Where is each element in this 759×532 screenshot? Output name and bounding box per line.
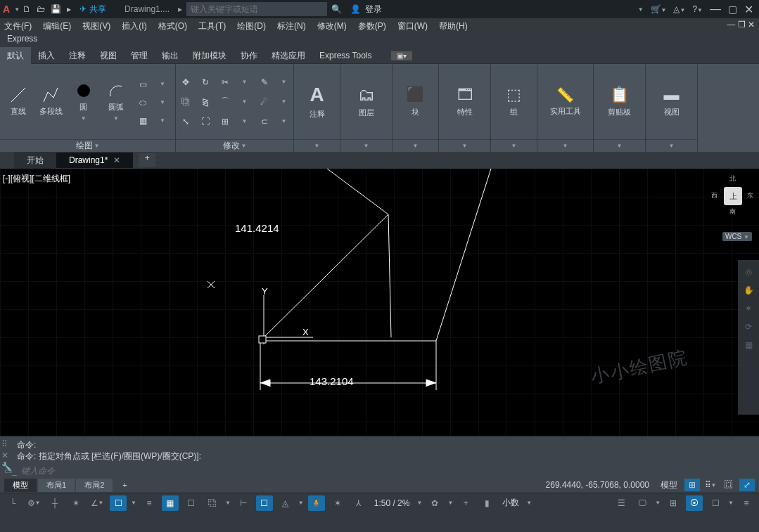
fillet-icon[interactable]: ⌒ bbox=[217, 93, 234, 110]
dd2[interactable]: ▼ bbox=[154, 94, 171, 111]
tab-new-icon[interactable]: + bbox=[139, 153, 155, 167]
view-cube[interactable]: 上 北 南 东 西 bbox=[711, 174, 753, 216]
sb-trans-icon[interactable]: ⿻ bbox=[204, 495, 221, 511]
sb-ann-icon[interactable]: 🧍 bbox=[308, 495, 325, 511]
erase-icon[interactable]: ✎ bbox=[256, 74, 273, 91]
clipboard-button[interactable]: 📋剪贴板 bbox=[599, 86, 641, 117]
share-button[interactable]: ✈ 共享 bbox=[79, 4, 106, 15]
login-dropdown[interactable]: ▼ bbox=[638, 6, 644, 13]
dd8[interactable]: ▼ bbox=[236, 113, 253, 130]
dimension-2[interactable]: 143.2104 bbox=[310, 375, 354, 387]
move-icon[interactable]: ✥ bbox=[177, 74, 194, 91]
dd3[interactable]: ▼ bbox=[154, 112, 171, 129]
orbit-icon[interactable]: ⟳ bbox=[745, 322, 752, 332]
menu-dim[interactable]: 标注(N) bbox=[277, 20, 306, 32]
sb-snap-icon[interactable]: └ bbox=[4, 495, 21, 511]
minimize-icon[interactable]: — bbox=[710, 3, 721, 15]
dimension-1[interactable]: 141.4214 bbox=[235, 222, 279, 234]
new-icon[interactable]: 🗋 bbox=[23, 4, 31, 14]
zoom-icon[interactable]: ✶ bbox=[745, 304, 752, 313]
layout-add[interactable]: + bbox=[114, 479, 135, 491]
sb-custom-icon[interactable]: ≡ bbox=[738, 495, 755, 511]
stretch-icon[interactable]: ⤡ bbox=[177, 113, 194, 130]
snap-menu-icon[interactable]: ⠿▼ bbox=[703, 479, 718, 491]
tab-default[interactable]: 默认 bbox=[0, 47, 31, 65]
dd5[interactable]: ▼ bbox=[276, 74, 293, 91]
menu-help[interactable]: 帮助(H) bbox=[439, 20, 468, 32]
close-icon[interactable]: ✕ bbox=[744, 3, 753, 16]
sb-plus-icon[interactable]: + bbox=[457, 495, 474, 511]
menu-view[interactable]: 视图(V) bbox=[82, 20, 110, 32]
mdi-controls[interactable]: — ❐ ✕ bbox=[727, 20, 755, 30]
sb-osnap-icon[interactable]: ☐ bbox=[110, 495, 127, 511]
express-row[interactable]: Express bbox=[0, 34, 759, 48]
sb-cycle-icon[interactable]: ◬ bbox=[277, 495, 294, 511]
dd9[interactable]: ▼ bbox=[276, 113, 293, 130]
tab-featured[interactable]: 精选应用 bbox=[264, 47, 312, 65]
rect-icon[interactable]: ▭ bbox=[134, 76, 151, 93]
fullnav-icon[interactable]: ◎ bbox=[745, 267, 752, 277]
offset-icon[interactable]: ⊂ bbox=[256, 113, 273, 130]
line-button[interactable]: 直线 bbox=[4, 86, 32, 117]
layout-1[interactable]: 布局1 bbox=[38, 479, 75, 492]
tab-express[interactable]: Express Tools bbox=[312, 48, 378, 63]
hatch-icon[interactable]: ▦ bbox=[134, 112, 151, 129]
tab-insert[interactable]: 插入 bbox=[31, 47, 62, 65]
sb-ortho-icon[interactable]: ┼ bbox=[46, 495, 63, 511]
arrow-icon[interactable]: ▸ bbox=[67, 4, 71, 14]
menu-format[interactable]: 格式(O) bbox=[158, 20, 187, 32]
util-button[interactable]: 📏实用工具 bbox=[544, 86, 587, 117]
scale-icon[interactable]: ⛶ bbox=[197, 113, 214, 130]
tab-annotate[interactable]: 注释 bbox=[62, 47, 93, 65]
paper-icon[interactable]: ⿴ bbox=[721, 479, 736, 491]
tab-start[interactable]: 开始 bbox=[14, 152, 56, 169]
sb-list-icon[interactable]: ☰ bbox=[613, 495, 630, 511]
sb-dyn-icon[interactable]: ⊢ bbox=[235, 495, 252, 511]
tab-drawing1[interactable]: Drawing1*✕ bbox=[56, 153, 133, 168]
maximize-vp-icon[interactable]: ⤢ bbox=[739, 479, 755, 491]
layers-button[interactable]: 🗂图层 bbox=[345, 85, 388, 118]
sb-ruler-icon[interactable]: ▮ bbox=[478, 495, 495, 511]
cart-icon[interactable]: 🛒▼ bbox=[651, 4, 667, 14]
drawing-canvas[interactable]: [-][俯视][二维线框] 141.4214 143.2104 Y X 小小绘图… bbox=[0, 169, 759, 436]
sb-tree-icon[interactable]: ⊞ bbox=[665, 495, 682, 511]
sb-3dosnap-icon[interactable]: ≡ bbox=[141, 495, 158, 511]
model-badge[interactable]: 模型 bbox=[656, 479, 682, 491]
units-label[interactable]: 小数 bbox=[499, 497, 522, 509]
menu-file[interactable]: 文件(F) bbox=[4, 20, 32, 32]
sb-otrack-icon[interactable]: ▦ bbox=[162, 495, 179, 511]
props-button[interactable]: 🗔特性 bbox=[444, 86, 486, 117]
cmd-config-icon[interactable]: 🔧 bbox=[1, 462, 12, 472]
sb-monitor-icon[interactable]: 🖵 bbox=[634, 495, 651, 511]
menu-edit[interactable]: 编辑(E) bbox=[43, 20, 71, 32]
showmotion-icon[interactable]: ▦ bbox=[745, 340, 753, 350]
sb-qp-icon[interactable]: ☐ bbox=[256, 495, 273, 511]
tab-close-icon[interactable]: ✕ bbox=[113, 155, 120, 165]
menu-window[interactable]: 窗口(W) bbox=[397, 20, 428, 32]
panel-draw-label[interactable]: 绘图 bbox=[76, 140, 93, 152]
sb-iso-icon[interactable]: ∠▼ bbox=[89, 495, 106, 511]
tab-addins[interactable]: 附加模块 bbox=[186, 47, 234, 65]
polyline-button[interactable]: 多段线 bbox=[37, 86, 65, 117]
wcs-badge[interactable]: WCS ▼ bbox=[722, 232, 752, 241]
tab-collab[interactable]: 协作 bbox=[234, 47, 264, 65]
rotate-icon[interactable]: ↻ bbox=[197, 74, 214, 91]
dd4[interactable]: ▼ bbox=[236, 74, 253, 91]
open-icon[interactable]: 🗁 bbox=[37, 4, 45, 14]
mirror-icon[interactable]: ⧎ bbox=[197, 93, 214, 110]
save-icon[interactable]: 💾 bbox=[51, 4, 61, 14]
array-icon[interactable]: ⊞ bbox=[217, 113, 234, 130]
layout-model[interactable]: 模型 bbox=[4, 479, 37, 492]
annotate-button[interactable]: A注释 bbox=[298, 84, 336, 119]
cmd-close-icon[interactable]: ✕ bbox=[1, 450, 12, 460]
dd7[interactable]: ▼ bbox=[276, 93, 293, 110]
sb-ann2-icon[interactable]: ✶ bbox=[329, 495, 346, 511]
arc-button[interactable]: 圆弧▼ bbox=[102, 82, 130, 122]
explode-icon[interactable]: ☄ bbox=[256, 93, 273, 110]
viewcube-top[interactable]: 上 bbox=[724, 187, 742, 205]
tab-view[interactable]: 视图 bbox=[93, 47, 124, 65]
sb-hw-icon[interactable]: ⦿ bbox=[686, 495, 703, 511]
sb-infer-icon[interactable]: ⚙▼ bbox=[25, 495, 42, 511]
circle-button[interactable]: 圆▼ bbox=[70, 82, 98, 122]
sb-clean-icon[interactable]: ☐ bbox=[707, 495, 724, 511]
